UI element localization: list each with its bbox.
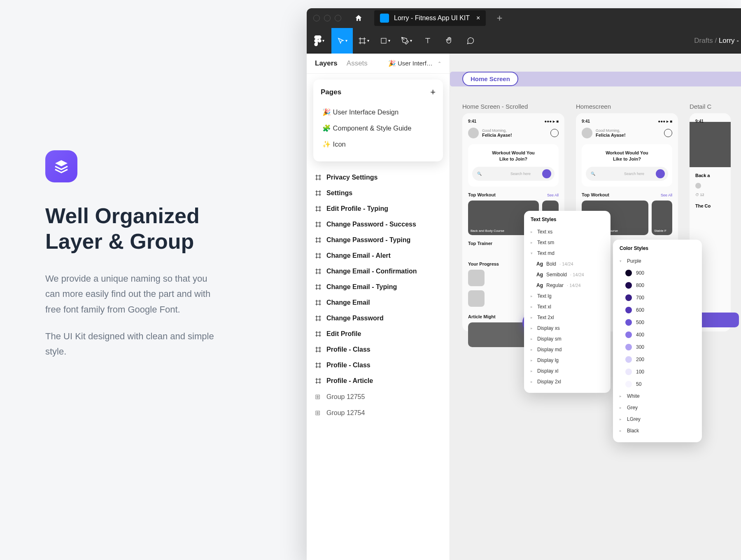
text-style-group[interactable]: ▾Text md — [531, 248, 604, 259]
text-styles-panel[interactable]: Text Styles ▸Text xs▸Text sm▾Text mdAgBo… — [524, 211, 611, 393]
hand-tool[interactable] — [438, 28, 460, 54]
toolbar: ▾ ▾ ▾ ▾ ▾ Drafts / Lorry - — [307, 28, 741, 54]
avatar — [468, 128, 479, 138]
promo-block: Well OrganizedLayer & Group We provide a… — [45, 150, 218, 371]
shape-tool[interactable]: ▾ — [374, 28, 396, 54]
page-item[interactable]: ✨ Icon — [321, 136, 436, 152]
bell-icon — [664, 129, 672, 137]
text-style-group[interactable]: ▸Text xl — [531, 301, 604, 312]
color-group[interactable]: ▸Grey — [620, 402, 695, 413]
file-tab[interactable]: Lorry - Fitness App UI KIT × — [374, 10, 486, 26]
layer-frame[interactable]: Change Email - Confirmation — [311, 264, 445, 279]
tab-layers[interactable]: Layers — [315, 59, 338, 68]
color-swatch-row[interactable]: 300 — [620, 341, 695, 353]
close-window-icon[interactable] — [313, 15, 320, 21]
layer-frame[interactable]: Profile - Class — [311, 342, 445, 357]
figma-window: Lorry - Fitness App UI KIT × + ▾ ▾ ▾ ▾ ▾ — [307, 8, 741, 560]
svg-rect-1 — [381, 38, 386, 43]
frame-label-pill[interactable]: Home Screen — [462, 72, 518, 86]
pages-title: Pages — [321, 88, 341, 96]
avatar — [582, 128, 592, 138]
color-swatch-row[interactable]: 700 — [620, 292, 695, 304]
color-swatch-row[interactable]: 50 — [620, 378, 695, 390]
frame-tool[interactable]: ▾ — [353, 28, 374, 54]
text-tool[interactable] — [417, 28, 438, 54]
promo-title: Well OrganizedLayer & Group — [45, 203, 218, 254]
bell-icon — [550, 129, 559, 137]
color-group-purple[interactable]: ▾Purple — [620, 255, 695, 267]
close-tab-icon[interactable]: × — [476, 14, 480, 22]
layer-frame[interactable]: Privacy Settings — [311, 170, 445, 185]
window-titlebar: Lorry - Fitness App UI KIT × + — [307, 8, 741, 28]
text-style-group[interactable]: ▸Display 2xl — [531, 376, 604, 387]
promo-paragraph-2: The UI Kit designed with clean and simpl… — [45, 329, 218, 359]
file-tab-name: Lorry - Fitness App UI KIT — [394, 14, 470, 22]
home-button[interactable] — [350, 10, 367, 26]
traffic-lights[interactable] — [313, 15, 341, 21]
layer-group[interactable]: ⊞Group 12755 — [311, 389, 445, 405]
new-tab-button[interactable]: + — [496, 12, 502, 24]
text-style-group[interactable]: ▸Display lg — [531, 355, 604, 366]
text-style-group[interactable]: ▸Text 2xl — [531, 312, 604, 323]
left-panel: Layers Assets 🎉 User Interf…⌃ Pages + 🎉 … — [307, 54, 450, 560]
breadcrumb[interactable]: Drafts / Lorry - — [694, 37, 741, 45]
text-style-group[interactable]: ▸Display xs — [531, 323, 604, 334]
text-style-item[interactable]: AgBold· 14/24 — [531, 259, 604, 269]
page-item[interactable]: 🧩 Component & Style Guide — [321, 120, 436, 136]
color-styles-panel[interactable]: Color Styles ▾Purple 9008007006005004003… — [613, 240, 702, 442]
tab-assets[interactable]: Assets — [347, 59, 368, 68]
figma-menu[interactable]: ▾ — [307, 28, 331, 54]
text-style-item[interactable]: AgRegular· 14/24 — [531, 280, 604, 291]
layer-frame[interactable]: Change Password — [311, 310, 445, 326]
color-group[interactable]: ▸White — [620, 390, 695, 402]
comment-tool[interactable] — [460, 28, 481, 54]
color-group[interactable]: ▸Black — [620, 425, 695, 436]
text-style-group[interactable]: ▸Display md — [531, 344, 604, 355]
layer-frame[interactable]: Change Email - Typing — [311, 279, 445, 295]
color-swatch-row[interactable]: 800 — [620, 279, 695, 292]
sketch-file-icon — [380, 14, 389, 23]
text-style-group[interactable]: ▸Display xl — [531, 366, 604, 376]
layer-frame[interactable]: Change Email — [311, 295, 445, 310]
color-swatch-row[interactable]: 100 — [620, 366, 695, 378]
svg-point-0 — [318, 39, 322, 42]
layer-frame[interactable]: Edit Profile — [311, 326, 445, 342]
text-style-group[interactable]: ▸Text sm — [531, 237, 604, 248]
color-swatch-row[interactable]: 400 — [620, 329, 695, 341]
text-style-group[interactable]: ▸Text lg — [531, 291, 604, 301]
add-page-button[interactable]: + — [430, 87, 436, 98]
text-style-item[interactable]: AgSemibold· 14/24 — [531, 269, 604, 280]
layers-app-icon — [45, 150, 77, 182]
color-group[interactable]: ▸LGrey — [620, 413, 695, 425]
text-style-group[interactable]: ▸Text xs — [531, 226, 604, 237]
page-selector[interactable]: 🎉 User Interf…⌃ — [388, 60, 441, 67]
layer-frame[interactable]: Edit Profile - Typing — [311, 201, 445, 217]
layer-frame[interactable]: Change Email - Alert — [311, 248, 445, 264]
color-swatch-row[interactable]: 500 — [620, 316, 695, 329]
pages-dropdown: Pages + 🎉 User Interface Design 🧩 Compon… — [313, 79, 443, 161]
layer-frame[interactable]: Change Password - Typing — [311, 232, 445, 248]
color-styles-title: Color Styles — [620, 245, 695, 251]
layer-frame[interactable]: Profile - Article — [311, 373, 445, 389]
layer-group[interactable]: ⊞Group 12754 — [311, 405, 445, 421]
color-swatch-row[interactable]: 200 — [620, 353, 695, 366]
layer-frame[interactable]: Settings — [311, 185, 445, 201]
text-styles-title: Text Styles — [531, 217, 604, 222]
page-item[interactable]: 🎉 User Interface Design — [321, 104, 436, 120]
promo-paragraph-1: We provide a unique naming so that you c… — [45, 271, 218, 317]
color-swatch-row[interactable]: 900 — [620, 267, 695, 279]
layer-list: Privacy SettingsSettingsEdit Profile - T… — [307, 170, 450, 421]
minimize-window-icon[interactable] — [324, 15, 331, 21]
text-style-group[interactable]: ▸Display sm — [531, 334, 604, 344]
color-swatch-row[interactable]: 600 — [620, 304, 695, 316]
move-tool[interactable]: ▾ — [331, 28, 353, 54]
layer-frame[interactable]: Profile - Class — [311, 357, 445, 373]
artboard-title[interactable]: Homescreen — [576, 103, 678, 110]
panel-tabs: Layers Assets 🎉 User Interf…⌃ — [307, 54, 450, 74]
layer-frame[interactable]: Change Password - Success — [311, 217, 445, 232]
pen-tool[interactable]: ▾ — [396, 28, 417, 54]
artboard-title[interactable]: Detail C — [690, 103, 731, 110]
artboard-title[interactable]: Home Screen - Scrolled — [462, 103, 564, 110]
canvas[interactable]: Home Screen Home Screen - Scrolled 9:41●… — [450, 54, 741, 560]
maximize-window-icon[interactable] — [335, 15, 341, 21]
